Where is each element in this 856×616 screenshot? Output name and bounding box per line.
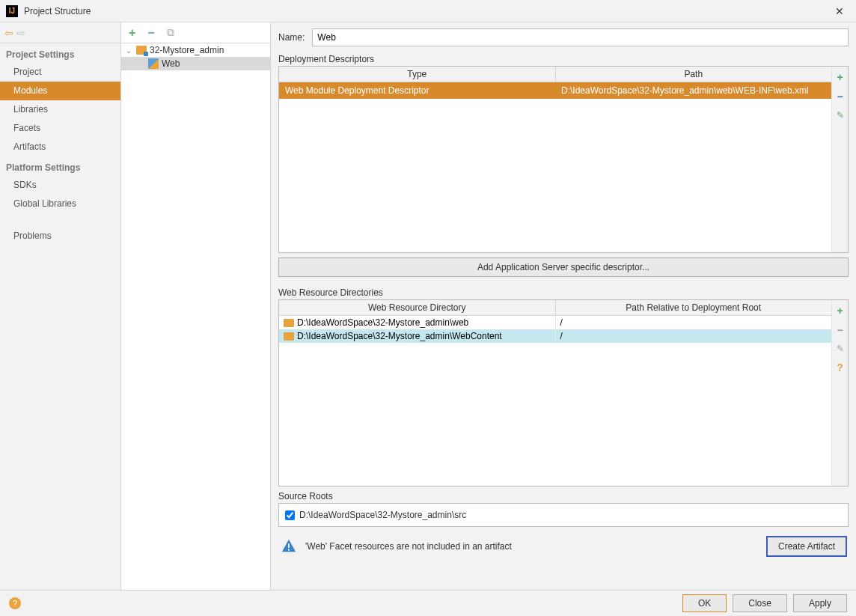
add-descriptor-button[interactable]: Add Application Server specific descript… bbox=[278, 257, 849, 277]
svg-rect-0 bbox=[288, 543, 290, 548]
name-label: Name: bbox=[278, 32, 305, 43]
nav-artifacts[interactable]: Artifacts bbox=[0, 138, 120, 156]
source-roots-label: Source Roots bbox=[278, 491, 849, 501]
dd-edit-icon[interactable]: ✎ bbox=[837, 110, 844, 121]
section-header-project-settings: Project Settings bbox=[0, 43, 120, 63]
wrd-cell-dir: D:\IdeaWordSpace\32-Mystore_admin\web bbox=[297, 317, 468, 328]
module-folder-icon bbox=[136, 46, 147, 55]
warning-row: 'Web' Facet resources are not included i… bbox=[278, 533, 849, 561]
close-button[interactable]: Close bbox=[733, 594, 787, 612]
back-icon[interactable]: ⇦ bbox=[4, 27, 13, 39]
titlebar: IJ Project Structure ✕ bbox=[0, 0, 856, 22]
name-input[interactable] bbox=[312, 28, 849, 46]
wrd-remove-icon[interactable]: − bbox=[837, 324, 843, 336]
nav-history: ⇦ ⇨ bbox=[0, 22, 120, 43]
warning-icon bbox=[280, 538, 298, 555]
source-root-item[interactable]: D:\IdeaWordSpace\32-Mystore_admin\src bbox=[285, 510, 842, 520]
module-tree: + − ⧉ ⌄ 32-Mystore_admin Web bbox=[121, 22, 271, 590]
remove-module-icon[interactable]: − bbox=[147, 26, 154, 40]
forward-icon[interactable]: ⇨ bbox=[16, 27, 25, 39]
svg-rect-1 bbox=[288, 549, 290, 551]
app-icon: IJ bbox=[6, 5, 18, 17]
ok-button[interactable]: OK bbox=[682, 594, 727, 612]
wrd-cell-path: / bbox=[556, 316, 832, 329]
warning-text: 'Web' Facet resources are not included i… bbox=[305, 541, 759, 552]
dd-header-type: Type bbox=[279, 67, 556, 82]
create-artifact-button[interactable]: Create Artifact bbox=[766, 536, 847, 557]
wrd-edit-icon[interactable]: ✎ bbox=[837, 344, 844, 354]
web-resource-directories-label: Web Resource Directories bbox=[278, 287, 849, 298]
dialog-footer: ? OK Close Apply bbox=[0, 590, 856, 616]
dd-add-icon[interactable]: + bbox=[837, 71, 843, 83]
dd-side-toolbar: + − ✎ bbox=[831, 67, 848, 252]
settings-sidebar: ⇦ ⇨ Project Settings Project Modules Lib… bbox=[0, 22, 121, 590]
dd-row[interactable]: Web Module Deployment Descriptor D:\Idea… bbox=[279, 82, 831, 99]
add-module-icon[interactable]: + bbox=[129, 26, 135, 40]
dd-header-path: Path bbox=[556, 67, 832, 82]
wrd-row-selected[interactable]: D:\IdeaWordSpace\32-Mystore_admin\WebCon… bbox=[279, 329, 831, 343]
wrd-add-icon[interactable]: + bbox=[837, 305, 843, 317]
content-pane: Name: Deployment Descriptors Type Path W… bbox=[271, 22, 856, 590]
tree-toolbar: + − ⧉ bbox=[121, 22, 270, 43]
nav-project[interactable]: Project bbox=[0, 63, 120, 82]
source-root-checkbox[interactable] bbox=[285, 510, 295, 520]
nav-global-libraries[interactable]: Global Libraries bbox=[0, 195, 120, 213]
wrd-row[interactable]: D:\IdeaWordSpace\32-Mystore_admin\web / bbox=[279, 316, 831, 329]
source-roots-box: D:\IdeaWordSpace\32-Mystore_admin\src bbox=[278, 503, 849, 527]
folder-icon bbox=[284, 319, 294, 327]
dd-cell-path: D:\IdeaWordSpace\32-Mystore_admin\web\WE… bbox=[555, 82, 831, 99]
deployment-descriptors-label: Deployment Descriptors bbox=[278, 54, 849, 64]
wrd-cell-path: / bbox=[556, 329, 832, 343]
name-row: Name: bbox=[278, 28, 849, 46]
nav-facets[interactable]: Facets bbox=[0, 119, 120, 138]
deployment-descriptors-table: Type Path Web Module Deployment Descript… bbox=[278, 66, 849, 253]
tree-child-label: Web bbox=[162, 58, 180, 69]
tree-child-row[interactable]: Web bbox=[121, 57, 270, 70]
web-facet-icon bbox=[148, 58, 159, 69]
wrd-header-path: Path Relative to Deployment Root bbox=[556, 300, 832, 315]
chevron-down-icon[interactable]: ⌄ bbox=[126, 46, 133, 55]
tree-root-row[interactable]: ⌄ 32-Mystore_admin bbox=[121, 43, 270, 57]
wrd-side-toolbar: + − ✎ ? bbox=[831, 300, 848, 486]
close-icon[interactable]: ✕ bbox=[829, 2, 850, 20]
nav-libraries[interactable]: Libraries bbox=[0, 100, 120, 119]
nav-sdks[interactable]: SDKs bbox=[0, 176, 120, 195]
web-resource-directories-table: Web Resource Directory Path Relative to … bbox=[278, 299, 849, 487]
apply-button[interactable]: Apply bbox=[793, 594, 847, 612]
section-header-platform-settings: Platform Settings bbox=[0, 156, 120, 176]
dd-cell-type: Web Module Deployment Descriptor bbox=[279, 82, 555, 99]
help-icon[interactable]: ? bbox=[9, 597, 21, 609]
folder-icon bbox=[284, 332, 294, 341]
copy-module-icon[interactable]: ⧉ bbox=[167, 26, 174, 39]
wrd-cell-dir: D:\IdeaWordSpace\32-Mystore_admin\WebCon… bbox=[297, 331, 502, 341]
nav-problems[interactable]: Problems bbox=[0, 227, 120, 246]
nav-modules[interactable]: Modules bbox=[0, 82, 120, 100]
tree-root-label: 32-Mystore_admin bbox=[150, 45, 224, 55]
wrd-help-icon[interactable]: ? bbox=[837, 362, 843, 373]
source-root-path: D:\IdeaWordSpace\32-Mystore_admin\src bbox=[299, 510, 466, 520]
wrd-header-dir: Web Resource Directory bbox=[279, 300, 556, 315]
window-title: Project Structure bbox=[24, 6, 91, 16]
dd-remove-icon[interactable]: − bbox=[837, 91, 843, 103]
